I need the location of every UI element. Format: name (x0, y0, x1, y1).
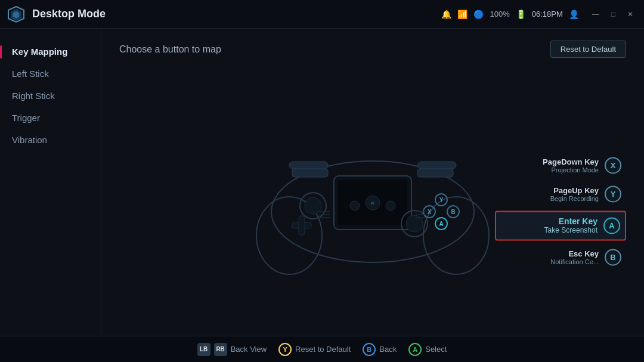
svg-text:Y: Y (439, 197, 444, 203)
svg-rect-23 (417, 169, 453, 177)
enter-action-label: Take Screenshot (544, 226, 597, 234)
reset-default-footer-label: Reset to Default (295, 345, 351, 354)
svg-rect-34 (289, 162, 328, 169)
sidebar: Key Mapping Left Stick Right Stick Trigg… (0, 29, 101, 336)
notification-icon: 🔔 (441, 10, 451, 19)
footer-select[interactable]: A Select (408, 343, 447, 356)
pageup-action-label: Begin Recording (550, 195, 599, 202)
y-badge: Y (278, 343, 292, 356)
a-button-circle: A (603, 217, 620, 234)
sidebar-item-left-stick[interactable]: Left Stick (0, 63, 101, 85)
app-logo-icon (7, 5, 25, 23)
mapping-enter[interactable]: Enter Key Take Screenshot A (495, 211, 626, 240)
b-button-circle: B (605, 249, 621, 265)
x-button-circle: X (605, 157, 621, 174)
gamepad-illustration: Y B X A R (242, 122, 504, 277)
pageup-key-label: PageUp Key (550, 186, 599, 195)
svg-point-5 (423, 197, 489, 274)
window-controls: — □ ✕ (589, 9, 637, 20)
enter-key-label: Enter Key (544, 216, 597, 226)
footer-reset-default[interactable]: Y Reset to Default (278, 343, 351, 356)
sidebar-item-right-stick[interactable]: Right Stick (0, 85, 101, 107)
mapping-pagedown-text: PageDown Key Projection Mode (543, 157, 599, 174)
svg-rect-22 (292, 169, 328, 177)
mapping-esc[interactable]: Esc Key Notification Ce... B (495, 245, 626, 269)
user-icon: 👤 (569, 10, 579, 19)
titlebar: Desktop Mode 🔔 📶 🔵 100% 🔋 06:18PM 👤 — □ … (0, 0, 644, 29)
y-button-circle: Y (605, 185, 621, 202)
status-bar: 🔔 📶 🔵 100% 🔋 06:18PM 👤 (441, 10, 578, 19)
mapping-esc-text: Esc Key Notification Ce... (550, 249, 599, 265)
minimize-button[interactable]: — (589, 9, 603, 20)
svg-rect-11 (299, 216, 305, 235)
button-mappings-panel: PageDown Key Projection Mode X PageUp Ke… (495, 153, 626, 269)
svg-text:B: B (451, 209, 455, 215)
a-badge: A (408, 343, 422, 356)
sidebar-item-vibration[interactable]: Vibration (0, 129, 101, 151)
maximize-button[interactable]: □ (608, 9, 619, 20)
footer-lb-rb: LB RB Back View (197, 343, 267, 356)
gamepad-svg: Y B X A R (242, 122, 504, 277)
svg-point-9 (305, 197, 321, 214)
pagedown-action-label: Projection Mode (543, 166, 599, 174)
select-footer-label: Select (425, 345, 447, 354)
back-view-label: Back View (231, 345, 267, 354)
svg-point-27 (386, 201, 395, 211)
esc-action-label: Notification Ce... (550, 258, 599, 265)
svg-text:A: A (439, 221, 443, 227)
footer-bar: LB RB Back View Y Reset to Default B Bac… (0, 336, 644, 362)
svg-point-24 (350, 201, 360, 211)
bluetooth-icon: 🔵 (473, 10, 484, 19)
close-button[interactable]: ✕ (624, 9, 637, 20)
back-footer-label: Back (379, 345, 397, 354)
device-area: Y B X A R (101, 64, 644, 336)
wifi-icon: 📶 (457, 10, 467, 19)
battery-icon: 🔋 (516, 10, 526, 19)
svg-text:R: R (371, 201, 374, 206)
reset-to-default-button[interactable]: Reset to Default (550, 41, 626, 58)
sidebar-item-key-mapping[interactable]: Key Mapping (0, 41, 101, 63)
battery-level: 100% (490, 10, 509, 18)
mapping-pageup-text: PageUp Key Begin Recording (550, 186, 599, 202)
footer-back[interactable]: B Back (363, 343, 397, 356)
mapping-enter-text: Enter Key Take Screenshot (544, 216, 597, 234)
main-area: Key Mapping Left Stick Right Stick Trigg… (0, 29, 644, 336)
sidebar-item-trigger[interactable]: Trigger (0, 107, 101, 129)
page-subtitle: Choose a button to map (119, 44, 221, 55)
b-badge: B (363, 343, 376, 356)
content-header: Choose a button to map Reset to Default (101, 29, 644, 64)
pagedown-key-label: PageDown Key (543, 157, 599, 166)
lb-badge: LB (197, 343, 210, 356)
esc-key-label: Esc Key (550, 249, 599, 258)
mapping-pageup[interactable]: PageUp Key Begin Recording Y (495, 182, 626, 206)
svg-text:X: X (428, 209, 432, 215)
app-title: Desktop Mode (32, 8, 441, 20)
mapping-pagedown[interactable]: PageDown Key Projection Mode X (495, 153, 626, 177)
svg-rect-35 (417, 162, 456, 169)
content-area: Choose a button to map Reset to Default (101, 29, 644, 336)
rb-badge: RB (214, 343, 227, 356)
clock: 06:18PM (532, 10, 563, 18)
